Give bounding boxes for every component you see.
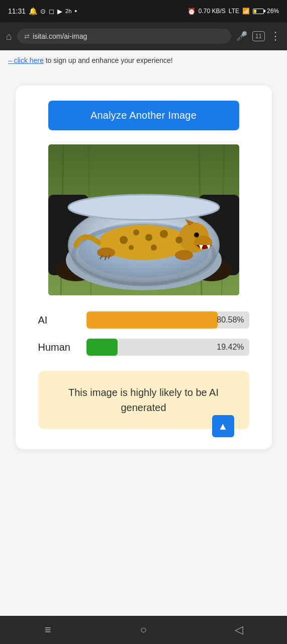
human-label: Human	[38, 342, 78, 353]
analyzed-image	[48, 144, 239, 295]
ai-bar-container: 80.58%	[86, 311, 249, 329]
instagram-icon: ⊙	[40, 8, 46, 15]
ai-label: AI	[38, 314, 78, 326]
image-svg	[48, 144, 239, 295]
battery-pct: 26%	[267, 8, 279, 15]
network-type: LTE	[229, 8, 239, 15]
human-percentage: 19.42%	[217, 343, 244, 352]
dot-indicator: •	[74, 7, 77, 15]
result-text: This image is highly likely to be AI gen…	[68, 387, 219, 413]
scroll-to-top-button[interactable]: ▲	[212, 415, 234, 437]
svg-point-29	[175, 236, 182, 244]
back-arrow-icon[interactable]: ◁	[227, 617, 252, 642]
banner-text: to sign up and enhance your experience!	[44, 56, 173, 64]
kb-s-display: 0.70 KB/S	[199, 8, 226, 15]
human-stat-row: Human 19.42%	[38, 339, 249, 356]
svg-point-28	[151, 245, 157, 251]
hamburger-menu-icon[interactable]: ≡	[35, 617, 60, 642]
url-text: isitai.com/ai-imag	[33, 32, 224, 40]
time-display: 11:31	[8, 7, 26, 15]
svg-point-23	[120, 236, 128, 244]
top-banner: – click here to sign up and enhance your…	[0, 50, 287, 70]
bottom-navigation: ≡ ○ ◁	[0, 616, 287, 644]
extra-label: 2h	[65, 8, 71, 14]
battery-indicator	[253, 9, 264, 14]
youtube-icon: ▶	[57, 8, 62, 15]
status-bar: 11:31 🔔 ⊙ ◻ ▶ 2h • ⏰ 0.70 KB/S LTE 📶 26%	[0, 0, 287, 22]
svg-point-12	[68, 195, 219, 220]
signup-link[interactable]: – click here	[8, 56, 44, 64]
svg-point-27	[129, 245, 134, 250]
chevron-up-icon: ▲	[218, 421, 228, 432]
site-icon: ⇄	[24, 33, 30, 40]
analyze-another-button[interactable]: Analyze Another Image	[48, 101, 239, 130]
human-bar-fill	[86, 339, 118, 356]
url-bar[interactable]: ⇄ isitai.com/ai-imag	[17, 29, 231, 44]
ai-bar-fill	[86, 311, 218, 329]
home-circle-icon[interactable]: ○	[131, 617, 156, 642]
result-wrapper: This image is highly likely to be AI gen…	[38, 371, 249, 429]
svg-point-24	[133, 229, 139, 235]
notification-icon: 🔔	[29, 7, 37, 15]
tabs-count-badge[interactable]: 11	[252, 31, 265, 41]
status-right: ⏰ 0.70 KB/S LTE 📶 26%	[187, 8, 279, 15]
page-content: – click here to sign up and enhance your…	[0, 50, 287, 616]
svg-point-21	[196, 233, 198, 235]
status-left: 11:31 🔔 ⊙ ◻ ▶ 2h •	[8, 7, 77, 15]
svg-point-26	[160, 230, 168, 238]
ai-percentage: 80.58%	[217, 315, 244, 325]
stats-section: AI 80.58% Human 19.42%	[38, 311, 249, 356]
browser-bar: ⌂ ⇄ isitai.com/ai-imag 🎤 11 ⋮	[0, 22, 287, 50]
alarm-icon: ⏰	[187, 8, 196, 15]
more-options-icon[interactable]: ⋮	[270, 30, 281, 43]
results-card: Analyze Another Image	[16, 86, 272, 449]
browser-home-icon[interactable]: ⌂	[6, 31, 12, 42]
human-bar-container: 19.42%	[86, 339, 249, 356]
signal-bars-icon: 📶	[242, 8, 250, 15]
microphone-icon[interactable]: 🎤	[236, 31, 247, 42]
ai-stat-row: AI 80.58%	[38, 311, 249, 329]
app-icon-blue: ◻	[49, 8, 54, 15]
svg-point-25	[145, 234, 152, 241]
svg-point-31	[175, 250, 193, 260]
